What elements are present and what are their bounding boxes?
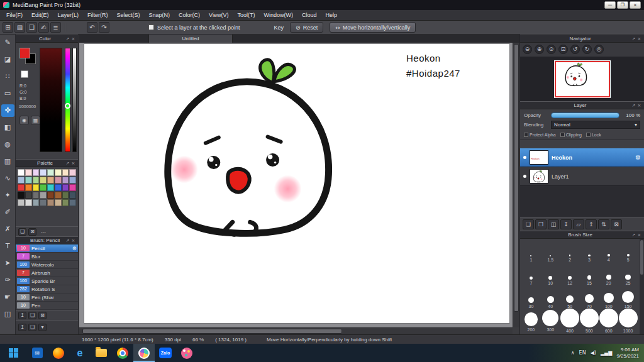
brush-item-watercolor[interactable]: 100 Watercolo bbox=[16, 261, 78, 269]
menu-file[interactable]: File(F) bbox=[2, 11, 27, 19]
language-indicator[interactable]: EN bbox=[579, 350, 586, 356]
menu-snap[interactable]: Snap(N) bbox=[145, 11, 175, 19]
brush-item-sparkle[interactable]: 100 Sparkle Br bbox=[16, 277, 78, 285]
text-tool[interactable]: T bbox=[1, 240, 14, 253]
palette-swatch[interactable] bbox=[18, 192, 25, 199]
palette-swatch[interactable] bbox=[47, 192, 54, 199]
popout-icon[interactable]: ↗ bbox=[65, 36, 70, 41]
minimize-button[interactable]: — bbox=[604, 1, 616, 9]
menu-layer[interactable]: Layer(L) bbox=[53, 11, 84, 19]
saturation-value-box[interactable] bbox=[40, 48, 62, 152]
comment-icon[interactable]: ❏ bbox=[26, 22, 37, 33]
palette-swatch[interactable] bbox=[47, 169, 54, 176]
select-eraser-tool[interactable]: ✗ bbox=[1, 223, 14, 236]
palette-swatch[interactable] bbox=[62, 169, 69, 176]
layer-row-heokon[interactable]: Heokon #Hoidap247 Heokon ⚙ bbox=[520, 148, 644, 167]
reorder-layer-button[interactable]: ⇅ bbox=[598, 219, 609, 229]
palette-swatch[interactable] bbox=[69, 177, 76, 184]
clipping-option[interactable]: Clipping bbox=[560, 133, 582, 137]
popout-icon[interactable]: ↗ bbox=[631, 36, 636, 41]
brush-size-option[interactable]: 150 bbox=[618, 287, 638, 310]
taskbar-firefox[interactable] bbox=[48, 344, 69, 362]
zoom-out-button[interactable]: ⊖ bbox=[523, 45, 532, 54]
add-layer-button[interactable]: ❏ bbox=[523, 219, 534, 229]
dock-down-button[interactable]: ▾ bbox=[38, 324, 47, 331]
reset-rotation-button[interactable]: ◎ bbox=[594, 45, 604, 54]
menu-tool[interactable]: Tool(T) bbox=[233, 11, 259, 19]
add-folder-button[interactable]: ▱ bbox=[573, 219, 584, 229]
fill-tool[interactable]: ◧ bbox=[1, 121, 14, 134]
bucket-tool[interactable]: ◍ bbox=[1, 138, 14, 151]
palette-swatch[interactable] bbox=[33, 177, 40, 184]
clipping-checkbox[interactable] bbox=[560, 133, 565, 137]
menu-color[interactable]: Color(C) bbox=[174, 11, 204, 19]
menu-filter[interactable]: Filter(R) bbox=[83, 11, 113, 19]
eraser-tool[interactable]: ◪ bbox=[1, 53, 14, 66]
close-icon[interactable]: × bbox=[636, 103, 642, 108]
divide-tool[interactable]: ◫ bbox=[1, 308, 14, 321]
close-icon[interactable]: × bbox=[70, 36, 76, 41]
zoom-in-button[interactable]: ⊕ bbox=[535, 45, 544, 54]
palette-swatch[interactable] bbox=[69, 192, 76, 199]
foreground-color-swatch[interactable] bbox=[19, 48, 30, 58]
magic-wand-tool[interactable]: ✦ bbox=[1, 189, 14, 202]
taskbar-mail-app[interactable]: ✉ bbox=[26, 344, 48, 362]
palette-swatch[interactable] bbox=[25, 199, 32, 206]
brush-size-option[interactable]: 1 bbox=[521, 240, 541, 263]
transfer-layer-button[interactable]: ↧ bbox=[560, 219, 572, 229]
undo-button[interactable]: ↶ bbox=[87, 22, 97, 33]
brush-size-option[interactable]: 12 bbox=[560, 263, 580, 287]
raise-layer-button[interactable]: ↥ bbox=[586, 219, 597, 229]
redo-button[interactable]: ↷ bbox=[99, 22, 109, 33]
protect-alpha-option[interactable]: Protect Alpha bbox=[524, 133, 556, 137]
palette-swatch[interactable] bbox=[62, 192, 69, 199]
brush-size-option[interactable]: 1000 bbox=[618, 310, 638, 333]
color-grid-icon[interactable]: ▦ bbox=[31, 116, 40, 125]
brush-item-pen-sharp[interactable]: 10 Pen (Shar bbox=[16, 293, 78, 302]
document-tab[interactable]: Untitled bbox=[148, 35, 233, 43]
add-brush-button[interactable]: ❏ bbox=[28, 312, 36, 319]
menu-help[interactable]: Help bbox=[321, 11, 341, 19]
eyedropper-icon[interactable]: ◉ bbox=[19, 116, 29, 125]
layer-visibility-icon[interactable] bbox=[523, 156, 526, 159]
list-icon[interactable]: ≣ bbox=[50, 22, 61, 33]
taskbar-paint-app[interactable] bbox=[176, 344, 197, 362]
palette-swatch[interactable] bbox=[40, 169, 47, 176]
layer-row-layer1[interactable]: Layer1 bbox=[520, 167, 644, 186]
close-icon[interactable]: × bbox=[636, 233, 642, 238]
layer-visibility-icon[interactable] bbox=[523, 175, 526, 178]
palette-swatch[interactable] bbox=[25, 192, 32, 199]
brush-size-option[interactable]: 1.5 bbox=[541, 240, 560, 263]
brush-size-scroll-thumb[interactable] bbox=[640, 240, 643, 275]
palette-swatch[interactable] bbox=[18, 169, 25, 176]
tray-expand-icon[interactable]: ∧ bbox=[571, 350, 575, 356]
vertical-scrollbar[interactable] bbox=[513, 43, 519, 327]
palette-swatch[interactable] bbox=[69, 169, 76, 176]
brush-size-option[interactable]: 50 bbox=[560, 287, 580, 310]
brush-size-option[interactable]: 20 bbox=[599, 263, 618, 287]
lock-option[interactable]: Lock bbox=[586, 133, 601, 137]
palette-swatch[interactable] bbox=[33, 184, 40, 191]
brush-size-option[interactable]: 100 bbox=[599, 287, 618, 310]
popout-icon[interactable]: ↗ bbox=[65, 161, 70, 166]
palette-swatch[interactable] bbox=[18, 177, 25, 184]
taskbar-clock[interactable]: 9:06 AM 9/25/2021 bbox=[616, 347, 639, 359]
brush-tool[interactable]: ✎ bbox=[1, 36, 14, 49]
brush-size-option[interactable]: 500 bbox=[580, 310, 599, 333]
brush-size-option[interactable]: 400 bbox=[560, 310, 580, 333]
taskbar-edge[interactable]: e bbox=[69, 344, 91, 362]
transform-icon[interactable]: ⊞ bbox=[3, 22, 13, 33]
horizontal-scroll-thumb[interactable] bbox=[82, 329, 342, 334]
brush-size-option[interactable]: 15 bbox=[580, 263, 599, 287]
gradient-tool[interactable]: ▥ bbox=[1, 155, 14, 168]
brush-size-option[interactable]: 3 bbox=[580, 240, 599, 263]
add-color-button[interactable]: ❏ bbox=[18, 228, 26, 236]
duplicate-layer-button[interactable]: ❐ bbox=[535, 219, 547, 229]
brush-size-option[interactable]: 200 bbox=[521, 310, 541, 333]
blending-dropdown[interactable]: Normal ▾ bbox=[551, 121, 640, 129]
brush-item-rotation[interactable]: 282 Rotation S bbox=[16, 285, 78, 293]
brush-item-airbrush[interactable]: 7 Airbrush bbox=[16, 269, 78, 277]
move-horizontally-button[interactable]: ↔ Move horizontally/vertically bbox=[330, 22, 416, 33]
navigator-view-frame[interactable] bbox=[555, 61, 610, 97]
taskbar-file-explorer[interactable] bbox=[91, 344, 112, 362]
